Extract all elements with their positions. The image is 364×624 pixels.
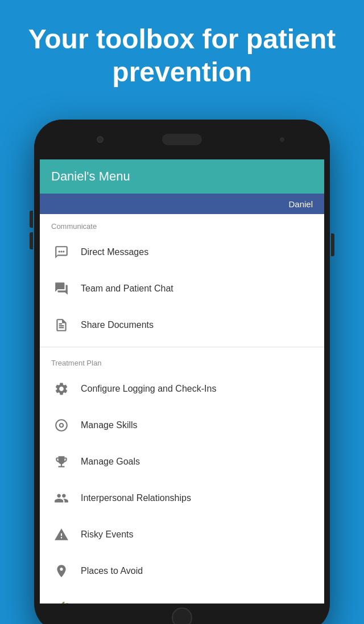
phone-indicator-light xyxy=(280,137,284,142)
interpersonal-label: Interpersonal Relationships xyxy=(81,493,191,503)
menu-content: Communicate Direct Messages xyxy=(40,214,324,604)
phone-shell: Daniel's Menu Daniel Communicate xyxy=(34,120,330,624)
menu-item-configure-logging[interactable]: Configure Logging and Check-Ins xyxy=(40,371,324,407)
menu-item-interpersonal[interactable]: Interpersonal Relationships xyxy=(40,480,324,516)
chat-dots-icon xyxy=(51,242,72,262)
manage-skills-label: Manage Skills xyxy=(81,420,138,430)
app-bar-title: Daniel's Menu xyxy=(51,169,130,184)
menu-item-direct-messages[interactable]: Direct Messages xyxy=(40,234,324,270)
chat-bubble-icon xyxy=(51,278,72,299)
volume-buttons xyxy=(30,211,33,249)
direct-messages-label: Direct Messages xyxy=(81,247,148,257)
menu-item-enjoyable-activities[interactable]: 🌴 Enjoyable Activities xyxy=(40,589,324,604)
team-patient-chat-label: Team and Patient Chat xyxy=(81,284,173,294)
user-label: Daniel xyxy=(288,199,313,209)
phone-bottom-bar xyxy=(40,604,324,624)
hero-line2-bold: prevention xyxy=(112,57,251,87)
app-bar: Daniel's Menu xyxy=(40,159,324,194)
phone-speaker xyxy=(162,134,202,145)
settings-icon xyxy=(51,379,72,399)
home-button[interactable] xyxy=(172,607,192,624)
svg-point-2 xyxy=(63,251,64,252)
svg-point-0 xyxy=(59,251,60,252)
places-to-avoid-label: Places to Avoid xyxy=(81,566,143,576)
section-header-communicate: Communicate xyxy=(40,214,324,234)
palm-icon: 🌴 xyxy=(51,597,72,604)
phone-device: Daniel's Menu Daniel Communicate xyxy=(34,120,330,624)
menu-item-manage-goals[interactable]: Manage Goals xyxy=(40,444,324,480)
location-icon xyxy=(51,561,72,581)
phone-top-bar xyxy=(34,120,330,159)
hero-line1: Your toolbox for patient xyxy=(28,24,336,54)
menu-item-risky-events[interactable]: Risky Events xyxy=(40,516,324,553)
power-button xyxy=(331,233,334,256)
phone-screen: Daniel's Menu Daniel Communicate xyxy=(40,159,324,604)
svg-point-1 xyxy=(60,251,62,252)
section-header-treatment: Treatment Plan xyxy=(40,351,324,371)
document-icon xyxy=(51,315,72,335)
section-divider xyxy=(40,347,324,347)
menu-item-manage-skills[interactable]: Manage Skills xyxy=(40,407,324,444)
people-icon xyxy=(51,488,72,508)
menu-item-places-to-avoid[interactable]: Places to Avoid xyxy=(40,553,324,589)
menu-item-team-patient-chat[interactable]: Team and Patient Chat xyxy=(40,270,324,307)
hero-section: Your toolbox for patient prevention xyxy=(0,0,364,100)
manage-goals-label: Manage Goals xyxy=(81,457,140,467)
front-camera xyxy=(97,136,104,143)
warning-icon xyxy=(51,524,72,545)
configure-logging-label: Configure Logging and Check-Ins xyxy=(81,384,216,394)
trophy-icon xyxy=(51,451,72,472)
sub-bar: Daniel xyxy=(40,194,324,214)
target-icon xyxy=(51,415,72,436)
share-documents-label: Share Documents xyxy=(81,320,154,330)
risky-events-label: Risky Events xyxy=(81,529,133,540)
menu-item-share-documents[interactable]: Share Documents xyxy=(40,307,324,343)
